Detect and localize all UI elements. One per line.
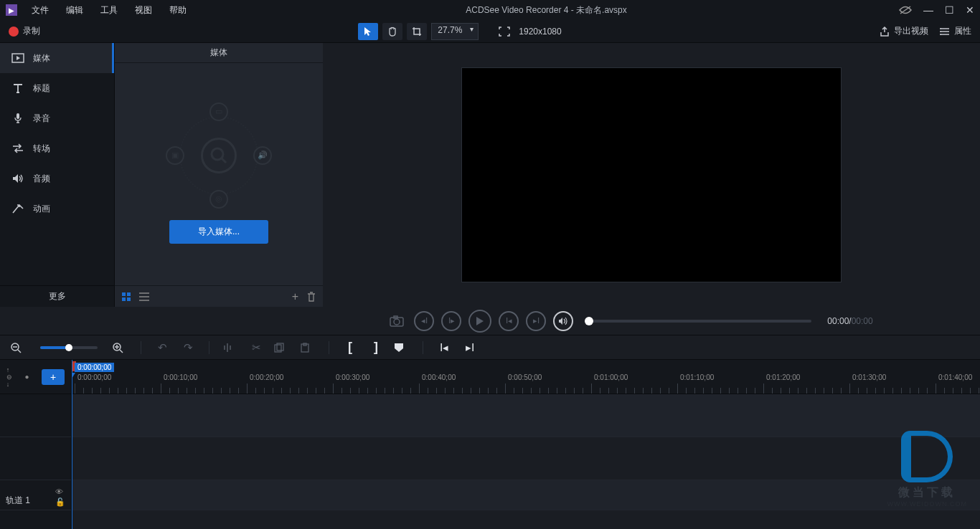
next-marker-button[interactable]: ▸Ⅰ	[462, 341, 478, 354]
mark-out-button[interactable]: ]	[368, 340, 384, 355]
import-media-button[interactable]: 导入媒体...	[169, 220, 268, 244]
menu-edit[interactable]: 编辑	[59, 1, 90, 19]
delete-media-button[interactable]	[307, 292, 316, 302]
timeline-track[interactable]	[72, 394, 980, 437]
menu-tools[interactable]: 工具	[93, 1, 125, 19]
timeline: ↑⊖↓ ● + 轨道 1 👁🔓 0:00:00;00 0:00:00;000:0…	[0, 360, 980, 529]
sidebar-item-label: 录音	[33, 113, 50, 125]
menu-help[interactable]: 帮助	[162, 1, 194, 19]
time-current: 00:00	[827, 316, 849, 326]
sidebar-item-media[interactable]: 媒体	[0, 43, 114, 73]
next-frame-button[interactable]: Ⅰ▸	[441, 311, 461, 331]
sidebar-item-label: 标题	[33, 82, 50, 95]
sidebar-item-label: 动画	[33, 203, 50, 215]
svg-rect-9	[127, 297, 131, 301]
window-title: ACDSee Video Recorder 4 - 未命名.avspx	[194, 4, 899, 16]
add-media-button[interactable]: +	[292, 290, 298, 303]
fit-screen-button[interactable]	[494, 23, 514, 40]
title-icon	[11, 82, 24, 95]
mark-in-button[interactable]: [	[342, 340, 358, 355]
window-controls: — ☐ ✕	[899, 4, 974, 16]
properties-icon	[940, 27, 950, 37]
media-panel-header: 媒体	[115, 43, 323, 63]
time-duration: 00:00	[852, 316, 873, 326]
prev-marker-button[interactable]: Ⅰ◂	[436, 341, 452, 354]
marker-button[interactable]	[394, 343, 410, 353]
export-video-button[interactable]: 导出视频	[880, 25, 928, 37]
sidebar-more-button[interactable]: 更多	[0, 285, 114, 307]
svg-point-5	[212, 148, 223, 160]
paste-button[interactable]	[300, 343, 316, 353]
sidebar-item-voice[interactable]: 录音	[0, 103, 114, 133]
add-track-button[interactable]: +	[42, 369, 65, 385]
microphone-icon	[11, 112, 24, 125]
goto-end-button[interactable]: ▸Ⅰ	[526, 311, 546, 331]
preview-canvas[interactable]	[461, 67, 842, 282]
timeline-gutter: ↑⊖↓ ● + 轨道 1 👁🔓	[0, 360, 72, 529]
properties-button[interactable]: 属性	[940, 25, 971, 37]
play-button[interactable]	[468, 310, 491, 333]
timeline-ruler[interactable]: 0:00:00;00 0:00:00;000:00:10;000:00:20;0…	[72, 360, 980, 394]
svg-point-1	[940, 31, 941, 32]
track-visibility-icon[interactable]: 👁	[55, 487, 65, 496]
export-label: 导出视频	[894, 25, 928, 37]
split-button[interactable]	[222, 343, 238, 353]
properties-label: 属性	[954, 25, 971, 37]
close-button[interactable]: ✕	[966, 4, 974, 16]
redo-button[interactable]: ↷	[180, 341, 196, 354]
titlebar: ▶ 文件 编辑 工具 视图 帮助 ACDSee Video Recorder 4…	[0, 0, 980, 20]
svg-rect-8	[122, 297, 126, 301]
media-panel-footer: +	[115, 285, 323, 307]
menu-view[interactable]: 视图	[128, 1, 159, 19]
playback-slider[interactable]	[589, 320, 811, 323]
svg-rect-6	[122, 292, 126, 296]
record-label: 录制	[23, 25, 40, 37]
timeline-zoom-slider[interactable]	[40, 346, 98, 349]
zoom-select[interactable]: 27.7%	[431, 23, 479, 40]
animation-icon	[11, 202, 24, 215]
timeline-track[interactable]	[72, 437, 980, 480]
visibility-toggle-icon[interactable]	[899, 5, 912, 15]
sidebar-item-title[interactable]: 标题	[0, 73, 114, 103]
sidebar-item-label: 媒体	[33, 52, 50, 65]
snapshot-button[interactable]	[387, 311, 407, 331]
menu-file[interactable]: 文件	[24, 1, 56, 19]
gutter-zoom-controls[interactable]: ↑⊖↓	[6, 366, 12, 388]
timeline-tracks[interactable]: 0:00:00;00 0:00:00;000:00:10;000:00:20;0…	[72, 360, 980, 529]
sidebar-item-audio[interactable]: 音频	[0, 163, 114, 194]
track-label: 轨道 1	[6, 495, 30, 507]
timeline-playhead[interactable]	[72, 360, 72, 529]
zoom-in-button[interactable]	[112, 342, 128, 353]
sidebar-item-label: 音频	[33, 173, 50, 185]
undo-button[interactable]: ↶	[154, 341, 170, 354]
svg-rect-4	[17, 113, 19, 119]
grid-view-button[interactable]	[122, 292, 131, 301]
volume-button[interactable]	[553, 311, 573, 331]
playhead-time-label: 0:00:00;00	[75, 363, 114, 372]
crop-tool-button[interactable]	[407, 23, 427, 40]
timeline-track[interactable]	[72, 510, 980, 529]
sidebar-item-animation[interactable]: 动画	[0, 194, 114, 224]
sidebar-item-label: 转场	[33, 143, 50, 155]
maximize-button[interactable]: ☐	[945, 4, 954, 16]
sidebar-item-transition[interactable]: 转场	[0, 133, 114, 163]
record-button[interactable]: 录制	[9, 25, 40, 37]
list-view-button[interactable]	[139, 292, 149, 301]
track-lock-icon[interactable]: 🔓	[55, 497, 65, 507]
cut-button[interactable]: ✂	[248, 341, 264, 354]
goto-start-button[interactable]: Ⅰ◂	[499, 311, 519, 331]
prev-frame-button[interactable]: ◂Ⅰ	[414, 311, 434, 331]
zoom-out-button[interactable]	[10, 342, 26, 353]
hand-tool-button[interactable]	[382, 23, 402, 40]
copy-button[interactable]	[274, 343, 290, 353]
transition-icon	[11, 142, 24, 155]
app-logo-icon: ▶	[6, 4, 17, 16]
timeline-track[interactable]	[72, 480, 980, 510]
resolution-label: 1920x1080	[519, 27, 561, 37]
minimize-button[interactable]: —	[923, 4, 933, 16]
left-sidebar: 媒体 标题 录音 转场 音频 动画 更多	[0, 43, 115, 307]
pointer-tool-button[interactable]	[358, 23, 378, 40]
preview-area	[323, 43, 980, 307]
svg-rect-7	[127, 292, 131, 296]
media-icon	[11, 52, 24, 65]
